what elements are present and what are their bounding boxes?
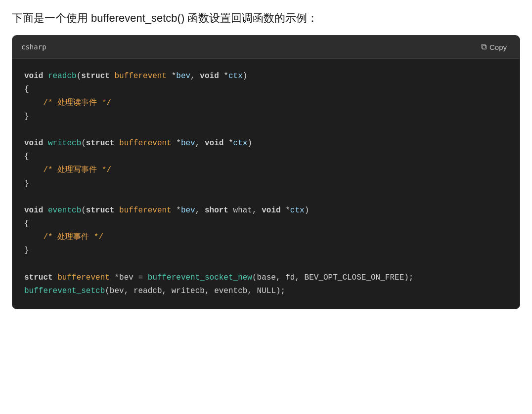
copy-icon: ⧉ <box>481 42 487 51</box>
copy-button[interactable]: ⧉ Copy <box>477 41 511 53</box>
code-body: void readcb(struct bufferevent *bev, voi… <box>12 59 520 309</box>
code-block-wrapper: csharp ⧉ Copy void readcb(struct buffere… <box>12 35 520 309</box>
code-language-label: csharp <box>21 43 46 51</box>
code-header: csharp ⧉ Copy <box>12 36 520 59</box>
intro-text: 下面是一个使用 bufferevent_setcb() 函数设置回调函数的示例： <box>12 10 520 26</box>
copy-label: Copy <box>489 43 507 51</box>
code-content: void readcb(struct bufferevent *bev, voi… <box>24 70 508 298</box>
